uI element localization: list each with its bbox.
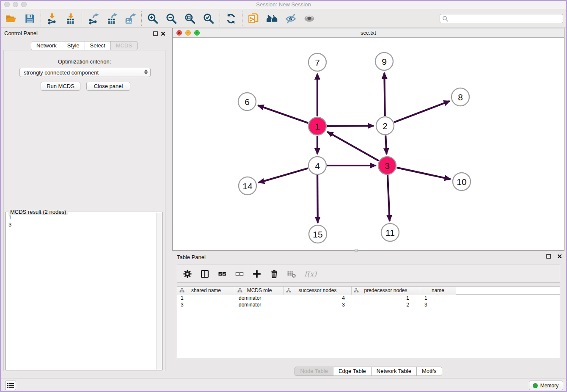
svg-text:4: 4 (315, 161, 320, 171)
graph-node-4[interactable]: 4 (308, 157, 326, 174)
graph-node-10[interactable]: 10 (453, 173, 471, 190)
search-input[interactable] (440, 14, 563, 23)
result-scrollbar[interactable] (156, 213, 162, 370)
import-network-icon[interactable] (45, 11, 59, 26)
search-icon (442, 16, 448, 22)
svg-text:15: 15 (313, 229, 322, 239)
tab-node-table[interactable]: Node Table (295, 367, 333, 376)
table-panel: Table Panel f(x) shared nameMCDS rolesuc… (172, 252, 564, 377)
tab-motifs[interactable]: Motifs (417, 367, 442, 376)
graph-node-6[interactable]: 6 (238, 93, 256, 110)
node-table: shared nameMCDS rolesuccessor nodesprede… (177, 286, 560, 359)
split-columns-icon[interactable] (199, 268, 210, 279)
mcds-result-text: 1 3 (7, 213, 156, 369)
export-network-icon[interactable] (86, 11, 100, 26)
table-panel-close-icon[interactable] (557, 254, 562, 259)
tab-network[interactable]: Network (31, 41, 62, 50)
task-history-button[interactable] (5, 381, 16, 390)
function-icon: f(x) (303, 268, 314, 279)
graph-edge-3-1[interactable] (328, 132, 379, 160)
svg-text:7: 7 (315, 58, 320, 67)
zoom-fit-icon[interactable] (183, 11, 197, 26)
delete-icon[interactable] (269, 268, 280, 279)
column-header-successor-nodes[interactable]: successor nodes (284, 287, 352, 295)
save-session-icon[interactable] (22, 11, 37, 26)
cell-predecessor-nodes: 2 (352, 301, 420, 308)
refresh-icon[interactable] (224, 11, 238, 26)
graph-node-3[interactable]: 3 (378, 157, 396, 174)
tab-edge-table[interactable]: Edge Table (333, 367, 372, 376)
network-window: ✕ − + scc.txt 1234678910111415 (172, 28, 564, 251)
export-table-icon[interactable] (105, 11, 119, 26)
tab-mcds[interactable]: MCDS (111, 41, 138, 50)
table-row[interactable]: 3dominator323 (177, 301, 560, 308)
svg-text:9: 9 (382, 57, 387, 66)
control-panel-title: Control Panel (4, 30, 38, 36)
graph-node-8[interactable]: 8 (451, 88, 469, 106)
cell-MCDS-role: dominator (235, 295, 284, 301)
column-header-MCDS-role[interactable]: MCDS role (235, 287, 284, 295)
column-header-shared-name[interactable]: shared name (177, 287, 235, 295)
graph-edge-4-14[interactable] (259, 168, 308, 182)
svg-text:10: 10 (457, 177, 466, 187)
column-header-name[interactable]: name (420, 287, 456, 295)
criterion-dropdown[interactable]: strongly connected component (19, 68, 151, 77)
tab-network-table[interactable]: Network Table (372, 367, 417, 376)
network-canvas[interactable]: 1234678910111415 (173, 38, 564, 250)
cell-successor-nodes: 4 (284, 295, 352, 301)
add-icon[interactable] (251, 268, 262, 279)
main-toolbar (0, 9, 567, 28)
graph-node-15[interactable]: 15 (309, 225, 327, 243)
zoom-selected-icon[interactable] (201, 11, 216, 26)
export-image-icon[interactable] (123, 11, 138, 26)
graph-edge-2-8[interactable] (394, 101, 449, 122)
graph-edge-2-3[interactable] (385, 135, 386, 154)
splitter-handle[interactable] (355, 249, 358, 252)
cell-predecessor-nodes: 1 (352, 295, 420, 301)
app-titlebar: Session: New Session (0, 0, 567, 9)
run-mcds-button[interactable]: Run MCDS (41, 82, 80, 91)
gear-icon[interactable] (182, 268, 193, 279)
app-title: Session: New Session (0, 1, 567, 8)
cell-name: 3 (420, 301, 456, 308)
memory-status-icon (533, 383, 538, 388)
home-icon[interactable] (265, 11, 279, 26)
graph-node-11[interactable]: 11 (381, 224, 399, 241)
memory-button[interactable]: Memory (529, 381, 563, 390)
tab-select[interactable]: Select (85, 41, 111, 50)
zoom-in-icon[interactable] (146, 11, 160, 26)
graph-node-9[interactable]: 9 (375, 52, 393, 70)
column-header-predecessor-nodes[interactable]: predecessor nodes (352, 287, 420, 295)
graph-node-1[interactable]: 1 (308, 117, 326, 135)
svg-text:6: 6 (245, 97, 250, 107)
graph-edge-4-15[interactable] (317, 175, 318, 223)
control-panel-close-icon[interactable] (160, 31, 166, 36)
zoom-out-icon[interactable] (164, 11, 179, 26)
deselect-all-icon[interactable] (234, 268, 245, 279)
table-panel-float-icon[interactable] (546, 254, 551, 259)
close-panel-button[interactable]: Close panel (86, 82, 130, 91)
search-field-wrap (440, 14, 563, 23)
graph-edge-1-6[interactable] (258, 105, 308, 123)
graph-node-7[interactable]: 7 (308, 53, 326, 71)
graph-edge-2-9[interactable] (384, 73, 385, 116)
network-window-title: scc.txt (173, 30, 564, 36)
memory-label: Memory (540, 383, 559, 389)
table-row[interactable]: 1dominator411 (177, 295, 560, 301)
table-tabs: Node TableEdge TableNetwork TableMotifs (295, 367, 442, 376)
open-session-icon[interactable] (4, 11, 18, 26)
control-panel-float-icon[interactable] (153, 31, 158, 36)
svg-text:3: 3 (385, 161, 390, 171)
show-eye-icon[interactable] (302, 11, 317, 26)
clone-network-icon[interactable] (246, 11, 261, 26)
hide-eye-icon[interactable] (284, 11, 298, 26)
graph-edge-3-11[interactable] (388, 175, 390, 221)
tab-style[interactable]: Style (62, 41, 85, 50)
graph-edge-1-2[interactable] (327, 126, 374, 126)
select-all-icon[interactable] (217, 268, 228, 279)
cell-successor-nodes: 3 (284, 301, 352, 308)
graph-node-14[interactable]: 14 (239, 177, 256, 195)
graph-edge-3-10[interactable] (396, 168, 450, 179)
import-table-icon[interactable] (63, 11, 78, 26)
graph-node-2[interactable]: 2 (376, 117, 394, 135)
